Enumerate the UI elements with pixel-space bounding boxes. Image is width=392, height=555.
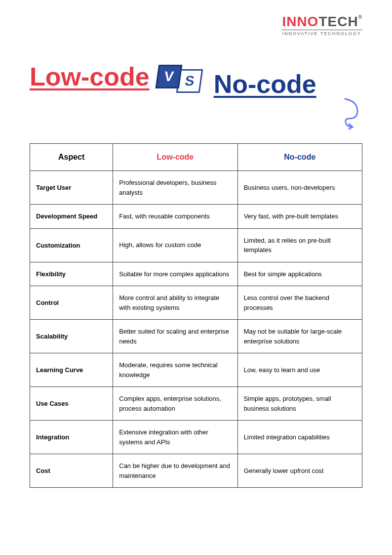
lowcode-cell: Complex apps, enterprise solutions, proc… xyxy=(113,387,237,421)
lowcode-cell: High, allows for custom code xyxy=(113,228,237,262)
nocode-cell: Limited, as it relies on pre-built templ… xyxy=(237,228,362,262)
table-row: Use CasesComplex apps, enterprise soluti… xyxy=(30,387,362,421)
nocode-cell: Less control over the backend processes xyxy=(237,286,362,320)
nocode-cell: Generally lower upfront cost xyxy=(237,454,362,488)
table-row: ScalabilityBetter suited for scaling and… xyxy=(30,320,362,353)
aspect-cell: Use Cases xyxy=(30,387,113,421)
table-row: IntegrationExtensive integration with ot… xyxy=(30,421,362,454)
aspect-cell: Target User xyxy=(30,171,113,205)
aspect-cell: Flexibility xyxy=(30,262,113,286)
nocode-cell: Business users, non-developers xyxy=(237,171,362,205)
company-logo: INNOTECH® INNOVATIVE TECHNOLOGY xyxy=(282,15,362,36)
nocode-cell: Best for simple applications xyxy=(237,262,362,286)
table-row: Learning CurveModerate, requires some te… xyxy=(30,353,362,387)
lowcode-cell: Can be higher due to development and mai… xyxy=(113,454,237,488)
table-row: CustomizationHigh, allows for custom cod… xyxy=(30,228,362,262)
header-lowcode: Low-code xyxy=(113,144,237,171)
aspect-cell: Development Speed xyxy=(30,205,113,229)
lowcode-cell: More control and ability to integrate wi… xyxy=(113,286,237,320)
aspect-cell: Integration xyxy=(30,421,113,454)
lowcode-cell: Professional developers, business analys… xyxy=(113,171,237,205)
nocode-cell: Very fast, with pre-built templates xyxy=(237,205,362,229)
nocode-cell: May not be suitable for large-scale ente… xyxy=(237,320,362,353)
aspect-cell: Control xyxy=(30,286,113,320)
logo-part2: TECH xyxy=(318,14,358,29)
page-title: Low-code V S No-code xyxy=(30,54,362,99)
lowcode-cell: Better suited for scaling and enterprise… xyxy=(113,320,237,353)
header-aspect: Aspect xyxy=(30,144,113,171)
aspect-cell: Learning Curve xyxy=(30,353,113,387)
title-nocode: No-code xyxy=(214,69,316,99)
lowcode-cell: Extensive integration with other systems… xyxy=(113,421,237,454)
nocode-cell: Simple apps, prototypes, small business … xyxy=(237,387,362,421)
table-header-row: Aspect Low-code No-code xyxy=(30,144,362,171)
table-row: Target UserProfessional developers, busi… xyxy=(30,171,362,205)
table-row: CostCan be higher due to development and… xyxy=(30,454,362,488)
header-nocode: No-code xyxy=(237,144,362,171)
logo-text: INNOTECH® xyxy=(282,15,362,29)
table-row: FlexibilitySuitable for more complex app… xyxy=(30,262,362,286)
curly-arrow-icon xyxy=(340,96,365,131)
vs-badge-icon: V S xyxy=(157,60,201,93)
nocode-cell: Low, easy to learn and use xyxy=(237,353,362,387)
lowcode-cell: Fast, with reusable components xyxy=(113,205,237,229)
lowcode-cell: Suitable for more complex applications xyxy=(113,262,237,286)
title-lowcode: Low-code xyxy=(30,62,150,91)
lowcode-cell: Moderate, requires some technical knowle… xyxy=(113,353,237,387)
aspect-cell: Cost xyxy=(30,454,113,488)
logo-part1: INNO xyxy=(282,14,318,29)
aspect-cell: Customization xyxy=(30,228,113,262)
comparison-table: Aspect Low-code No-code Target UserProfe… xyxy=(30,143,362,488)
vs-v-box: V xyxy=(155,65,182,88)
table-row: Development SpeedFast, with reusable com… xyxy=(30,205,362,229)
nocode-cell: Limited integration capabilities xyxy=(237,421,362,454)
logo-subtitle: INNOVATIVE TECHNOLOGY xyxy=(282,30,362,36)
aspect-cell: Scalability xyxy=(30,320,113,353)
table-row: ControlMore control and ability to integ… xyxy=(30,286,362,320)
registered-icon: ® xyxy=(358,14,362,20)
